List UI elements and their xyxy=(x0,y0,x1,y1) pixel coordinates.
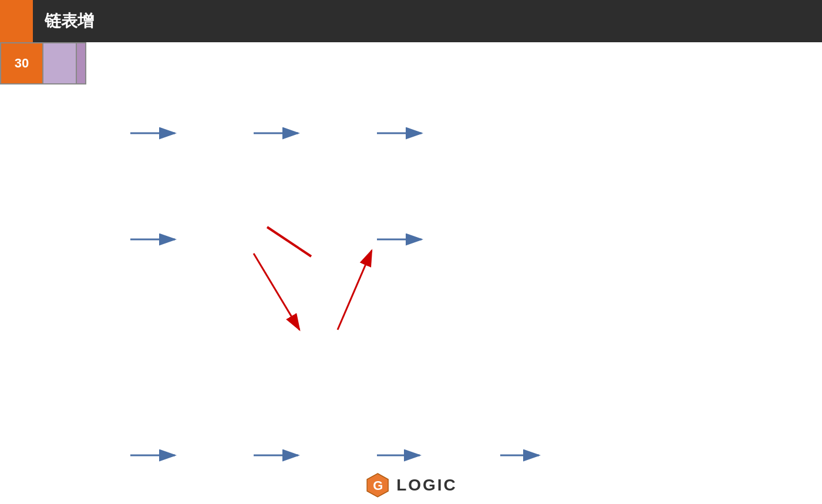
logo-icon: G xyxy=(365,472,390,498)
header-title: 链表增 xyxy=(33,0,822,42)
svg-line-10 xyxy=(338,251,372,330)
r3-30-ptr xyxy=(43,43,76,83)
svg-line-8 xyxy=(267,227,311,256)
header: 链表增 xyxy=(0,0,822,42)
r3-30-val: 30 xyxy=(1,43,43,83)
logo-area: G LOGIC xyxy=(365,472,457,498)
row3-node-30: 30 xyxy=(0,42,77,84)
logo-text: LOGIC xyxy=(396,476,457,495)
content-area: head 10 20 30 head 10 20 30 15 xyxy=(0,42,822,504)
arrows-svg xyxy=(0,42,822,504)
svg-line-9 xyxy=(254,253,299,330)
svg-text:G: G xyxy=(373,478,383,493)
header-accent xyxy=(0,0,33,42)
